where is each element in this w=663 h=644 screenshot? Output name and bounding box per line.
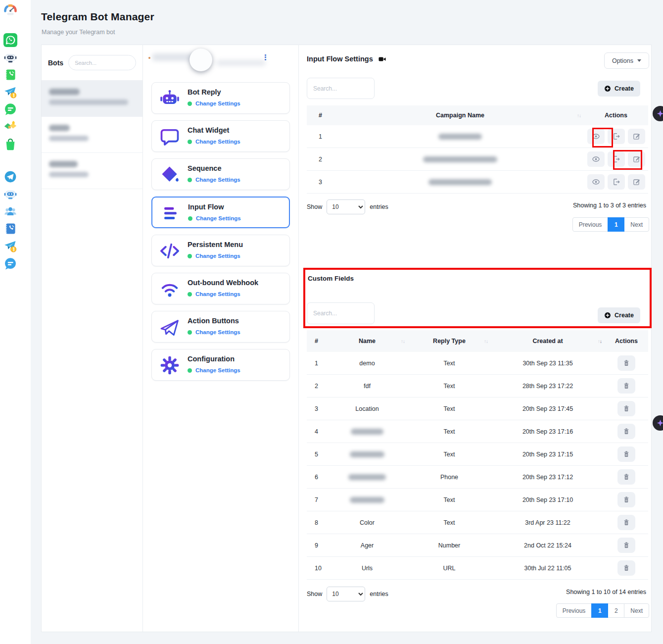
bots-panel-header: Bots [42,45,142,81]
telegram-coin-icon[interactable] [3,85,17,99]
settings-card-title: Bot Reply [188,88,221,96]
settings-card[interactable]: Sequence Change Settings [151,158,290,190]
settings-card[interactable]: Input Flow Change Settings [151,197,290,228]
export-button[interactable] [608,174,625,190]
delete-button[interactable] [617,424,635,439]
settings-card-title: Chat Widget [188,126,229,134]
field-created-at: 20th Sep 23 17:12 [491,474,605,481]
custom-fields-page-size-select[interactable]: 10 [327,587,365,601]
settings-card[interactable]: Action Buttons Change Settings [151,311,290,343]
chat-bubble-blue-icon[interactable] [3,257,17,271]
chat-bubble-icon[interactable] [3,102,17,116]
delete-button[interactable] [617,378,635,394]
field-name [327,429,408,435]
next-page-button[interactable]: Next [624,217,649,232]
column-header-campaign-name[interactable]: Campaign Name ↑↓ [336,112,584,119]
flow-page-size-select[interactable]: 10 [327,199,365,214]
previous-page-button[interactable]: Previous [556,603,592,618]
delete-button[interactable] [617,469,635,485]
view-button[interactable] [587,151,605,167]
sparkle-icon [657,419,663,427]
next-page-button[interactable]: Next [624,603,649,618]
previous-page-button[interactable]: Previous [572,217,609,232]
edit-button[interactable] [628,151,645,167]
shopping-bag-icon[interactable] [3,137,17,151]
column-header-name[interactable]: Name ↑↓ [327,338,408,345]
change-settings-link[interactable]: Change Settings [195,253,240,259]
delete-button[interactable] [617,401,635,416]
bot-list-item[interactable] [42,81,142,117]
column-header-index[interactable]: # [307,112,336,119]
page-2-button[interactable]: 2 [608,603,624,618]
sort-icon[interactable]: ↑↓ [484,339,488,344]
status-dot [148,57,150,59]
delete-button[interactable] [617,355,635,371]
speedometer-icon[interactable] [3,3,18,18]
telegram-icon[interactable] [3,170,17,184]
field-name [327,451,408,457]
campaigns-table: # Campaign Name ↑↓ Actions 1 [307,105,648,194]
custom-field-row: 1 demo Text 30th Sep 23 11:35 [307,352,648,375]
column-header-created-at[interactable]: Created at ↑↓ [491,338,605,345]
custom-field-row: 7 Text 20th Sep 23 17:10 [307,489,648,511]
change-settings-link[interactable]: Change Settings [195,139,240,145]
delete-button[interactable] [617,492,635,507]
edit-icon [633,133,640,140]
bot-username-redacted [49,99,128,105]
export-button[interactable] [608,151,625,167]
change-settings-link[interactable]: Change Settings [195,291,240,297]
export-button[interactable] [608,129,625,144]
settings-card[interactable]: Configuration Change Settings [151,349,290,381]
flow-create-button[interactable]: Create [598,81,640,97]
assistant-sparkle-button[interactable] [653,106,663,121]
change-settings-link[interactable]: Change Settings [195,367,240,373]
file-export-icon [613,133,620,140]
settings-card-icon [159,164,181,186]
assistant-sparkle-button[interactable] [653,415,663,431]
bot-list-item[interactable] [42,153,142,189]
contacts-book-blue-icon[interactable] [3,222,17,236]
field-name: demo [327,360,408,367]
handshake-icon[interactable] [3,120,17,134]
settings-card-status: Change Settings [188,367,240,373]
options-button[interactable]: Options [604,52,649,69]
delete-button[interactable] [617,538,635,553]
custom-fields-create-button[interactable]: Create [598,307,640,323]
delete-button[interactable] [617,446,635,462]
change-settings-link[interactable]: Change Settings [195,100,240,106]
column-header-reply-type[interactable]: Reply Type ↑↓ [408,338,491,345]
bots-search-input[interactable] [68,55,136,70]
change-settings-link[interactable]: Change Settings [195,177,240,183]
status-green-dot [188,254,192,258]
bot-list-item[interactable] [42,117,142,153]
delete-button[interactable] [617,560,635,576]
edit-button[interactable] [628,129,645,144]
contacts-book-icon[interactable] [3,68,17,82]
settings-card[interactable]: Out-bound Webhook Change Settings [151,273,290,304]
flow-search-input[interactable] [307,78,375,99]
whatsapp-icon[interactable] [3,33,17,47]
change-settings-link[interactable]: Change Settings [196,215,241,221]
campaign-row: 2 [307,148,648,171]
robot-blue-icon[interactable] [3,187,17,201]
change-settings-link[interactable]: Change Settings [195,329,240,335]
sort-icon[interactable]: ↑↓ [401,339,405,344]
delete-button[interactable] [617,515,635,530]
telegram-coin-blue-icon[interactable] [3,239,17,253]
kebab-menu-icon[interactable]: ⋮ [262,53,269,62]
row-index: 1 [307,360,327,367]
settings-card[interactable]: Chat Widget Change Settings [151,120,290,152]
view-button[interactable] [587,174,605,190]
page-1-button[interactable]: 1 [591,603,608,618]
sort-icon[interactable]: ↑↓ [577,113,581,118]
column-header-index[interactable]: # [307,338,327,345]
view-button[interactable] [587,129,605,144]
custom-fields-search-input[interactable] [307,302,375,324]
settings-card[interactable]: Bot Reply Change Settings [151,82,290,114]
team-icon[interactable] [3,204,17,218]
page-1-button[interactable]: 1 [608,217,624,232]
robot-icon[interactable] [3,50,17,64]
edit-button[interactable] [628,174,645,190]
settings-card[interactable]: Persistent Menu Change Settings [151,235,290,266]
sort-icon-desc[interactable]: ↑↓ [598,339,602,344]
